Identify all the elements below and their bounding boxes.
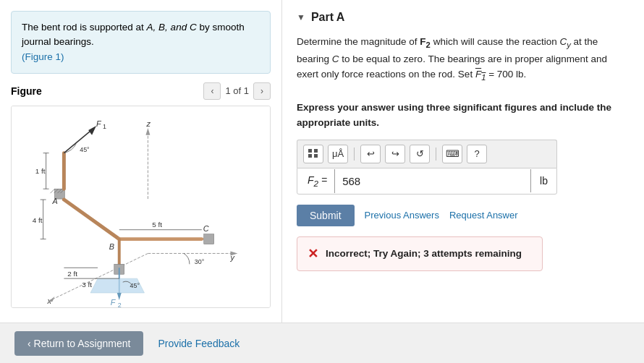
- error-icon: ✕: [308, 246, 318, 262]
- figure-title: Figure: [11, 85, 42, 97]
- mu-button[interactable]: μÅ: [328, 145, 348, 163]
- keyboard-button[interactable]: ⌨: [442, 145, 462, 163]
- svg-text:30°: 30°: [195, 258, 205, 265]
- svg-text:z: z: [145, 119, 151, 128]
- help-button[interactable]: ?: [467, 145, 487, 163]
- problem-points: A, B, and C: [147, 22, 197, 33]
- matrix-button[interactable]: [303, 145, 323, 163]
- submit-row: Submit Previous Answers Request Answer: [297, 205, 630, 226]
- redo-button[interactable]: ↪: [385, 145, 405, 163]
- answer-container: μÅ ↩ ↪ ↺ ⌨ ? F2 = lb: [297, 140, 630, 195]
- answer-input[interactable]: [335, 169, 530, 193]
- problem-statement: The bent rod is supported at A, B, and C…: [11, 11, 271, 74]
- answer-label: F2 =: [297, 168, 334, 194]
- submit-button[interactable]: Submit: [297, 205, 355, 226]
- svg-text:1: 1: [103, 123, 106, 130]
- page-indicator: 1 of 1: [225, 85, 249, 96]
- svg-text:C: C: [203, 223, 209, 232]
- bottom-bar: ‹ Return to Assignment Provide Feedback: [282, 323, 644, 363]
- feedback-box: ✕ Incorrect; Try Again; 3 attempts remai…: [297, 236, 543, 271]
- answer-unit-wrapper: lb: [530, 169, 556, 192]
- part-header: ▼ Part A: [297, 11, 630, 24]
- previous-answers-button[interactable]: Previous Answers: [365, 210, 439, 221]
- next-figure-button[interactable]: ›: [253, 82, 271, 100]
- figure-image: x y z: [11, 106, 271, 308]
- answer-input-wrapper: [334, 169, 530, 193]
- cy-italic: Cy: [559, 36, 570, 47]
- svg-text:45°: 45°: [130, 282, 140, 289]
- svg-text:B: B: [109, 242, 114, 251]
- refresh-button[interactable]: ↺: [410, 145, 430, 163]
- request-answer-button[interactable]: Request Answer: [449, 210, 518, 221]
- toolbar-separator-2: [436, 148, 436, 161]
- left-panel: The bent rod is supported at A, B, and C…: [0, 0, 282, 363]
- f1-italic: F1: [475, 69, 486, 80]
- c-italic: C: [332, 54, 339, 64]
- right-panel: ▼ Part A Determine the magnitude of F2 w…: [282, 0, 644, 363]
- answer-unit: lb: [531, 169, 556, 192]
- part-description: Determine the magnitude of F2 which will…: [297, 34, 630, 131]
- prev-figure-button[interactable]: ‹: [203, 82, 221, 100]
- instruction-text: Express your answer using three signific…: [297, 102, 611, 129]
- svg-text:4 ft: 4 ft: [33, 216, 43, 224]
- svg-rect-0: [12, 106, 270, 307]
- svg-rect-23: [204, 234, 214, 244]
- figure-section: Figure ‹ 1 of 1 › x y z: [11, 82, 271, 352]
- problem-text: The bent rod is supported at: [22, 22, 147, 33]
- f2-bold: F: [420, 36, 425, 47]
- svg-text:3 ft: 3 ft: [82, 281, 92, 289]
- answer-input-area: F2 = lb: [297, 168, 557, 195]
- figure-nav: ‹ 1 of 1 ›: [203, 82, 271, 100]
- answer-toolbar: μÅ ↩ ↪ ↺ ⌨ ?: [297, 140, 557, 168]
- toolbar-separator-1: [354, 148, 355, 161]
- svg-text:45°: 45°: [80, 145, 90, 153]
- undo-button[interactable]: ↩: [360, 145, 381, 163]
- figure-header: Figure ‹ 1 of 1 ›: [11, 82, 271, 100]
- svg-text:2 ft: 2 ft: [67, 270, 77, 278]
- part-title: Part A: [311, 11, 345, 24]
- svg-text:2: 2: [118, 302, 122, 307]
- collapse-arrow-icon[interactable]: ▼: [297, 12, 305, 22]
- svg-text:5 ft: 5 ft: [152, 221, 162, 229]
- svg-text:1 ft: 1 ft: [35, 167, 46, 175]
- svg-text:A: A: [52, 197, 58, 205]
- figure-svg: x y z: [12, 106, 270, 307]
- figure-link[interactable]: (Figure 1): [22, 51, 64, 62]
- feedback-text: Incorrect; Try Again; 3 attempts remaini…: [326, 248, 522, 259]
